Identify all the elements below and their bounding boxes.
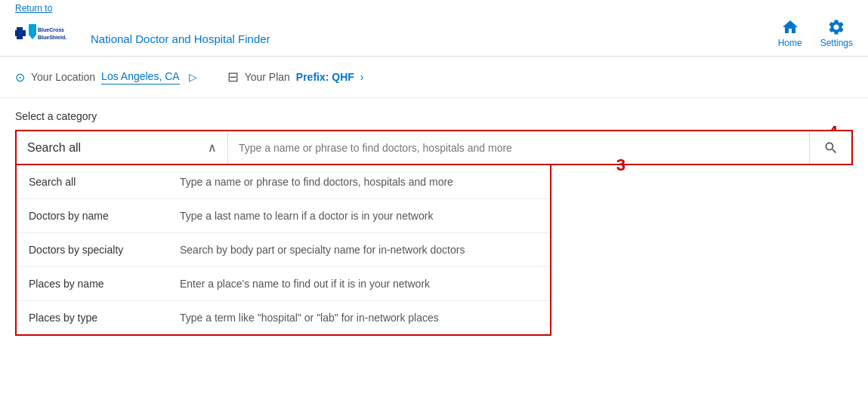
bcbs-logo: BlueCross BlueShield. bbox=[15, 18, 76, 48]
settings-icon bbox=[827, 18, 845, 36]
home-nav-item[interactable]: Home bbox=[778, 18, 802, 48]
dropdown-item-3[interactable]: Places by name Enter a place's name to f… bbox=[17, 267, 550, 301]
svg-text:BlueCross: BlueCross bbox=[38, 27, 64, 32]
header-nav: Home Settings bbox=[778, 18, 853, 48]
location-section: ⊙ Your Location Los Angeles, CA ▷ bbox=[15, 70, 197, 85]
category-dropdown: 3 Search all Type a name or phrase to fi… bbox=[15, 165, 551, 336]
svg-rect-1 bbox=[15, 30, 26, 36]
main-content: Select a category 4 Search all ∧ bbox=[0, 98, 868, 348]
home-icon bbox=[781, 18, 799, 36]
search-icon bbox=[823, 140, 839, 155]
logo-area: BlueCross BlueShield. National Doctor an… bbox=[15, 18, 270, 48]
plan-card-icon: ⊟ bbox=[227, 69, 239, 85]
plan-value[interactable]: Prefix: QHF bbox=[296, 71, 354, 83]
dropdown-item-name-3: Places by name bbox=[29, 278, 180, 290]
location-navigate-icon[interactable]: ▷ bbox=[189, 71, 197, 83]
category-label: Select a category bbox=[15, 110, 853, 122]
category-chevron-icon: ∧ bbox=[208, 140, 217, 155]
category-selector[interactable]: Search all ∧ bbox=[17, 131, 228, 164]
dropdown-item-desc-0: Type a name or phrase to find doctors, h… bbox=[180, 176, 453, 188]
search-input-area bbox=[228, 131, 809, 164]
location-pin-icon: ⊙ bbox=[15, 70, 25, 85]
dropdown-item-desc-2: Search by body part or specialty name fo… bbox=[180, 244, 465, 256]
plan-section: ⊟ Your Plan Prefix: QHF › bbox=[227, 69, 364, 85]
dropdown-item-2[interactable]: Doctors by specialty Search by body part… bbox=[17, 233, 550, 267]
dropdown-item-name-2: Doctors by specialty bbox=[29, 244, 180, 256]
plan-label: Your Plan bbox=[245, 71, 290, 83]
home-label: Home bbox=[778, 38, 802, 48]
settings-nav-item[interactable]: Settings bbox=[820, 18, 853, 48]
dropdown-item-name-0: Search all bbox=[29, 176, 180, 188]
dropdown-item-name-4: Places by type bbox=[29, 312, 180, 324]
search-button[interactable] bbox=[809, 131, 851, 164]
dropdown-item-desc-1: Type a last name to learn if a doctor is… bbox=[180, 210, 433, 222]
selected-category-label: Search all bbox=[27, 141, 81, 155]
app-title: National Doctor and Hospital Finder bbox=[91, 32, 270, 45]
dropdown-item-name-1: Doctors by name bbox=[29, 210, 180, 222]
return-to-link[interactable]: Return to bbox=[15, 3, 52, 14]
dropdown-item-0[interactable]: Search all Type a name or phrase to find… bbox=[17, 165, 550, 199]
dropdown-item-4[interactable]: Places by type Type a term like "hospita… bbox=[17, 301, 550, 334]
location-value[interactable]: Los Angeles, CA bbox=[101, 70, 180, 85]
dropdown-item-desc-3: Enter a place's name to find out if it i… bbox=[180, 278, 430, 290]
plan-chevron-icon[interactable]: › bbox=[360, 71, 364, 83]
search-row: Search all ∧ bbox=[15, 130, 853, 165]
location-label: Your Location bbox=[31, 71, 95, 83]
search-input[interactable] bbox=[239, 142, 798, 154]
dropdown-item-desc-4: Type a term like "hospital" or "lab" for… bbox=[180, 312, 439, 324]
settings-label: Settings bbox=[820, 38, 853, 48]
location-plan-bar: ⊙ Your Location Los Angeles, CA ▷ ⊟ Your… bbox=[0, 57, 868, 98]
dropdown-wrapper: 3 Search all Type a name or phrase to fi… bbox=[15, 165, 853, 336]
svg-text:BlueShield.: BlueShield. bbox=[38, 35, 66, 40]
header: Return to BlueCross BlueShield. National… bbox=[0, 0, 868, 57]
dropdown-item-1[interactable]: Doctors by name Type a last name to lear… bbox=[17, 199, 550, 233]
